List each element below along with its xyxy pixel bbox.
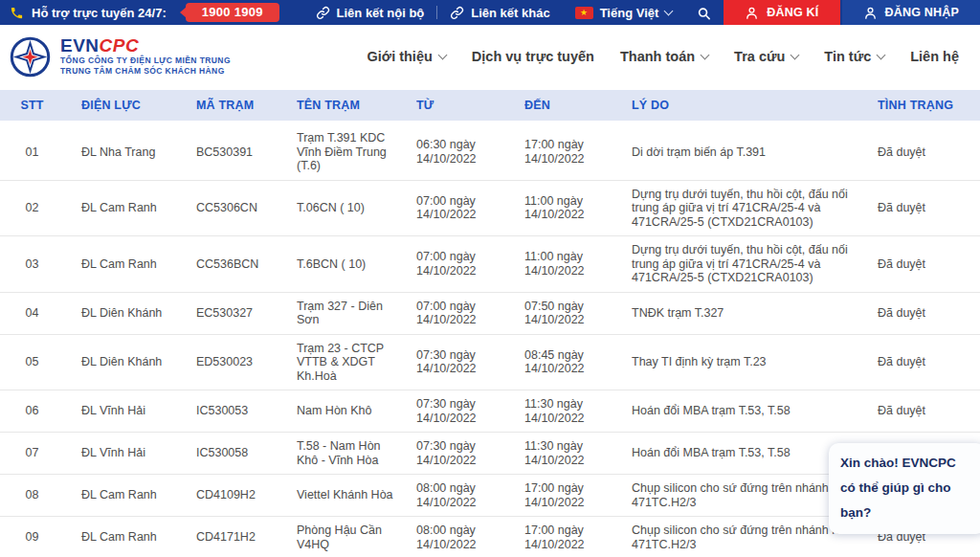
org-line-1: TỔNG CÔNG TY ĐIỆN LỰC MIỀN TRUNG	[60, 56, 231, 66]
cell-ten-tram: Viettel Khánh Hòa	[297, 475, 416, 517]
cell-den: 07:50 ngày 14/10/2022	[524, 292, 632, 334]
user-icon	[745, 6, 759, 20]
chat-greeting-bubble[interactable]: Xin chào! EVNCPC có thể giúp gì cho bạn?	[829, 443, 980, 534]
cell-ma-tram: EC530327	[196, 292, 297, 334]
language-label: Tiếng Việt	[600, 6, 659, 20]
cell-stt: 06	[0, 390, 81, 433]
cell-stt: 02	[0, 180, 81, 236]
evncpc-logo[interactable]: EVNCPC TỔNG CÔNG TY ĐIỆN LỰC MIỀN TRUNG …	[9, 35, 231, 78]
vietnam-flag-icon: ★	[575, 7, 593, 19]
column-header: STT	[0, 90, 81, 123]
column-header: LÝ DO	[632, 90, 878, 123]
link-internal-label: Liên kết nội bộ	[337, 6, 425, 20]
cell-tu: 07:00 ngày 14/10/2022	[416, 236, 524, 293]
chevron-down-icon	[437, 50, 447, 59]
cell-tinh-trang: Đã duyệt	[878, 292, 980, 334]
cell-ly-do: Di dời trạm biến áp T.391	[632, 123, 878, 180]
table-row: 03 ĐL Cam Ranh CC536BCN T.6BCN ( 10) 07:…	[0, 236, 980, 293]
topbar: Hỗ trợ trực tuyến 24/7: 1900 1909 Liên k…	[0, 0, 980, 25]
search-button[interactable]	[684, 0, 724, 25]
main-nav: Giới thiệu Dịch vụ trực tuyến Thanh toán…	[368, 49, 959, 64]
cell-dien-luc: ĐL Diên Khánh	[81, 292, 196, 334]
language-selector[interactable]: ★ Tiếng Việt	[563, 0, 685, 25]
login-button[interactable]: ĐĂNG NHẬP	[842, 0, 980, 25]
cell-den: 11:30 ngày 14/10/2022	[524, 390, 632, 433]
cell-ten-tram: T.06CN ( 10)	[297, 180, 416, 236]
nav-item-label: Dịch vụ trực tuyến	[472, 49, 594, 64]
cell-stt: 09	[0, 517, 81, 557]
cell-ma-tram: IC530058	[196, 433, 297, 475]
nav-item-label: Giới thiệu	[368, 49, 433, 64]
column-header: TÊN TRẠM	[297, 90, 416, 123]
column-header: TỪ	[416, 90, 524, 123]
nav-item[interactable]: Giới thiệu	[368, 49, 446, 64]
table-row: 05 ĐL Diên Khánh ED530023 Trạm 23 - CTCP…	[0, 334, 980, 390]
register-label: ĐĂNG KÍ	[767, 6, 818, 19]
cell-ly-do: Dựng trụ dưới tuyến, thu hồi cột, đấu nố…	[632, 180, 878, 236]
cell-tu: 07:00 ngày 14/10/2022	[416, 180, 524, 236]
nav-item[interactable]: Thanh toán	[620, 49, 708, 64]
brand-text: EVNCPC TỔNG CÔNG TY ĐIỆN LỰC MIỀN TRUNG …	[60, 36, 231, 77]
nav-item-label: Tra cứu	[734, 49, 785, 64]
cell-tu: 07:30 ngày 14/10/2022	[416, 390, 524, 433]
cell-den: 08:45 ngày 14/10/2022	[524, 334, 632, 390]
cell-ten-tram: Trạm 23 - CTCP VTTB & XDGT Kh.Hoà	[297, 334, 416, 390]
cell-dien-luc: ĐL Nha Trang	[81, 123, 196, 180]
column-header: MÃ TRẠM	[196, 90, 297, 123]
cell-tinh-trang: Đã duyệt	[878, 236, 980, 293]
cell-dien-luc: ĐL Vĩnh Hải	[81, 390, 196, 433]
cell-den: 17:00 ngày 14/10/2022	[524, 475, 632, 517]
site-header: EVNCPC TỔNG CÔNG TY ĐIỆN LỰC MIỀN TRUNG …	[0, 25, 980, 88]
user-icon	[863, 6, 878, 20]
nav-item[interactable]: Tra cứu	[734, 49, 798, 64]
cell-ly-do: Hoán đổi MBA trạm T.53, T.58	[632, 390, 878, 433]
link-icon	[450, 6, 464, 20]
cell-ten-tram: Trạm 327 - Diên Sơn	[297, 292, 416, 334]
cell-dien-luc: ĐL Cam Ranh	[81, 517, 196, 557]
cell-tinh-trang: Đã duyệt	[878, 334, 980, 390]
cell-ly-do: TNĐK trạm T.327	[632, 292, 878, 334]
nav-item[interactable]: Dịch vụ trực tuyến	[472, 49, 594, 64]
cell-ma-tram: CD4171H2	[196, 517, 297, 557]
nav-item-label: Tin tức	[824, 49, 871, 64]
cell-dien-luc: ĐL Diên Khánh	[81, 334, 196, 390]
cell-ten-tram: T.58 - Nam Hòn Khô - Vĩnh Hòa	[297, 433, 416, 475]
nav-item[interactable]: Liên hệ	[910, 49, 959, 64]
org-line-2: TRUNG TÂM CHĂM SÓC KHÁCH HÀNG	[60, 66, 231, 77]
cell-ma-tram: CC5306CN	[196, 180, 297, 236]
cell-ma-tram: ED530023	[196, 334, 297, 390]
register-button[interactable]: ĐĂNG KÍ	[724, 0, 839, 25]
cell-tu: 08:00 ngày 14/10/2022	[416, 517, 524, 557]
phone-icon	[10, 6, 24, 20]
link-icon	[316, 6, 330, 20]
link-internal[interactable]: Liên kết nội bộ	[303, 0, 437, 25]
cell-ma-tram: CC536BCN	[196, 236, 297, 293]
nav-item[interactable]: Tin tức	[824, 49, 884, 64]
column-header: ĐẾN	[524, 90, 632, 123]
outage-table-header: STTĐIỆN LỰCMÃ TRẠMTÊN TRẠMTỪĐẾNLÝ DOTÌNH…	[0, 90, 980, 123]
cell-den: 11:00 ngày 14/10/2022	[524, 180, 632, 236]
cell-den: 11:00 ngày 14/10/2022	[524, 236, 632, 293]
cell-ma-tram: IC530053	[196, 390, 297, 433]
link-other[interactable]: Liên kết khác	[437, 0, 562, 25]
cell-tu: 07:00 ngày 14/10/2022	[416, 292, 524, 334]
cell-den: 17:00 ngày 14/10/2022	[524, 123, 632, 180]
cell-den: 17:00 ngày 14/10/2022	[524, 517, 632, 557]
cell-tu: 08:00 ngày 14/10/2022	[416, 475, 524, 517]
cell-dien-luc: ĐL Vĩnh Hải	[81, 433, 196, 475]
cell-stt: 05	[0, 334, 81, 390]
cell-tinh-trang: Đã duyệt	[878, 180, 980, 236]
table-row: 04 ĐL Diên Khánh EC530327 Trạm 327 - Diê…	[0, 292, 980, 334]
cell-tinh-trang: Đã duyệt	[878, 390, 980, 433]
cell-ten-tram: T.6BCN ( 10)	[297, 236, 416, 293]
hotline-number[interactable]: 1900 1909	[186, 3, 279, 22]
login-label: ĐĂNG NHẬP	[885, 6, 960, 19]
support-hotline: Hỗ trợ trực tuyến 24/7: 1900 1909	[0, 0, 279, 25]
cell-ly-do: Thay TI định kỳ trạm T.23	[632, 334, 878, 390]
cell-tu: 07:30 ngày 14/10/2022	[416, 433, 524, 475]
chevron-down-icon	[877, 50, 886, 59]
cell-tinh-trang: Đã duyệt	[878, 123, 980, 180]
evn-star-logo-icon	[9, 35, 52, 78]
cell-stt: 04	[0, 292, 81, 334]
cell-ly-do: Dựng trụ dưới tuyến, thu hồi cột, đấu nố…	[632, 236, 878, 293]
